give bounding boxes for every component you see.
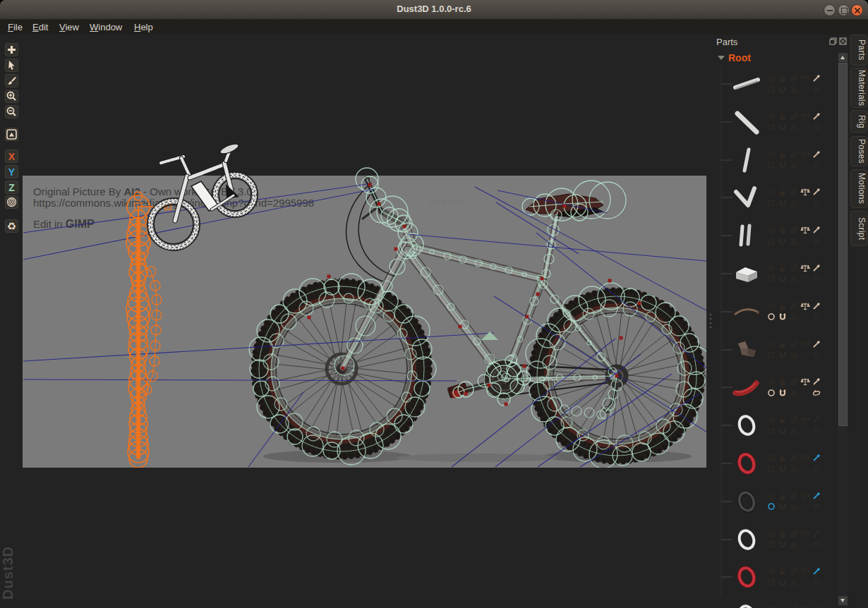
svg-text:Root: Root xyxy=(728,52,751,63)
svg-text:Parts: Parts xyxy=(716,37,738,47)
svg-text:seat post: seat post xyxy=(428,196,466,207)
svg-text:Original Picture By AI2 - Own: Original Picture By AI2 - Own work, CC B… xyxy=(33,186,255,197)
